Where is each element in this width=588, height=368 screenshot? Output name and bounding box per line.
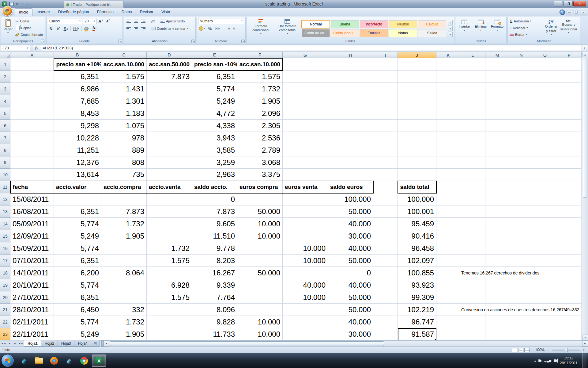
cell-K3[interactable] — [436, 83, 460, 95]
cell-L11[interactable] — [460, 181, 485, 193]
cell-B3[interactable]: 6,986 — [54, 83, 101, 95]
cell-I19[interactable] — [373, 279, 398, 291]
cell-P22[interactable] — [557, 316, 582, 328]
cell-M15[interactable] — [485, 230, 509, 242]
underline-button[interactable]: S▾ — [62, 25, 69, 32]
borders-button[interactable]: ▾ — [72, 25, 80, 32]
cell-O13[interactable] — [533, 205, 557, 218]
cell-F19[interactable] — [237, 279, 283, 291]
zoom-slider-thumb[interactable] — [565, 348, 568, 352]
vertical-scrollbar[interactable]: ▲ ▼ — [582, 52, 588, 340]
cell-A16[interactable]: 15/09/2011 — [10, 242, 54, 255]
cell-O15[interactable] — [533, 230, 557, 242]
cell-E7[interactable]: 3,943 — [192, 132, 237, 144]
cell-K22[interactable] — [436, 316, 460, 328]
cell-J22[interactable]: 96.747 — [398, 316, 436, 328]
cell-N8[interactable] — [509, 144, 533, 156]
cell-M9[interactable] — [485, 156, 509, 169]
sheet-nav-last-icon[interactable]: ►► — [18, 340, 24, 347]
cell-F11[interactable]: euros compra — [237, 181, 283, 193]
cell-G23[interactable] — [283, 328, 328, 340]
taskbar-ie2-icon[interactable]: e — [62, 355, 76, 367]
cell-H22[interactable]: 40.000 — [328, 316, 373, 328]
cell-F4[interactable]: 1.905 — [237, 95, 283, 107]
cell-H19[interactable]: 40.000 — [328, 279, 373, 291]
zoom-level[interactable]: 100% — [535, 348, 545, 352]
cell-H11[interactable]: saldo euros — [328, 181, 373, 193]
formula-input[interactable]: =H23+(E23*B23) — [41, 45, 582, 51]
col-header-M[interactable]: M — [485, 52, 509, 58]
cell-L16[interactable] — [460, 242, 485, 255]
cell-F12[interactable] — [237, 193, 283, 205]
fill-button[interactable]: ↓Rellenar▾ — [509, 25, 542, 31]
cell-F7[interactable]: 2.536 — [237, 132, 283, 144]
cell-J16[interactable]: 96.458 — [398, 242, 436, 255]
cell-N2[interactable] — [509, 71, 533, 83]
cell-E16[interactable]: 9.778 — [192, 242, 237, 255]
background-browser-tab[interactable]: I-Trader - Publique este bl... — [64, 1, 124, 8]
cell-A2[interactable] — [10, 71, 54, 83]
cell-M8[interactable] — [485, 144, 509, 156]
cell-E19[interactable]: 9.339 — [192, 279, 237, 291]
horizontal-scrollbar[interactable]: ◄ ► — [104, 340, 588, 347]
vertical-scroll-thumb[interactable] — [583, 59, 587, 197]
restore-button[interactable] — [564, 1, 573, 6]
action-center-icon[interactable] — [538, 359, 541, 362]
cell-L21[interactable]: Conversion en acciones de nuestros derec… — [460, 304, 485, 316]
cell-C7[interactable]: 978 — [101, 132, 147, 144]
workbook-close-button[interactable]: × — [581, 10, 586, 14]
cell-O16[interactable] — [533, 242, 557, 255]
autosum-button[interactable]: ΣAutosuma▾ — [509, 18, 542, 24]
align-right-button[interactable] — [140, 25, 146, 32]
cell-I10[interactable] — [373, 169, 398, 181]
wrap-text-button[interactable]: Ajustar texto — [160, 18, 186, 24]
cell-G19[interactable]: 40.000 — [283, 279, 328, 291]
cell-E9[interactable]: 3,259 — [192, 156, 237, 169]
col-header-O[interactable]: O — [533, 52, 557, 58]
row-header-7[interactable]: 7 — [0, 132, 10, 144]
cell-O6[interactable] — [533, 120, 557, 132]
cell-C1[interactable]: acc.san.10.000 — [101, 58, 147, 71]
cell-N10[interactable] — [509, 169, 533, 181]
cell-I11[interactable] — [373, 181, 398, 193]
row-header-11[interactable]: 11 — [0, 181, 10, 193]
cell-B11[interactable]: accio.valor — [54, 181, 101, 193]
cell-B14[interactable]: 5,774 — [54, 218, 101, 230]
taskbar-explorer-icon[interactable] — [32, 355, 46, 367]
cell-O19[interactable] — [533, 279, 557, 291]
cell-O7[interactable] — [533, 132, 557, 144]
col-header-P[interactable]: P — [557, 52, 582, 58]
undo-icon[interactable]: ↺ — [16, 2, 19, 6]
grow-font-button[interactable]: A▴ — [97, 18, 104, 24]
cell-D18[interactable] — [147, 267, 192, 279]
cell-J8[interactable] — [398, 144, 436, 156]
cell-J20[interactable]: 99.309 — [398, 291, 436, 304]
cell-P12[interactable] — [557, 193, 582, 205]
volume-icon[interactable] — [554, 359, 556, 362]
cell-H4[interactable] — [328, 95, 373, 107]
cell-E14[interactable]: 9.605 — [192, 218, 237, 230]
cell-D1[interactable]: acc.san.50.000 — [147, 58, 192, 71]
cell-E13[interactable]: 7.873 — [192, 205, 237, 218]
scroll-down-icon[interactable]: ▼ — [582, 335, 588, 340]
cell-H2[interactable] — [328, 71, 373, 83]
cell-J21[interactable]: 102.219 — [398, 304, 436, 316]
cell-F5[interactable]: 2.096 — [237, 107, 283, 120]
cell-D19[interactable]: 6.928 — [147, 279, 192, 291]
cell-D13[interactable] — [147, 205, 192, 218]
cell-M11[interactable] — [485, 181, 509, 193]
zoom-out-icon[interactable]: − — [547, 348, 551, 352]
cell-A18[interactable]: 14/10/2011 — [10, 267, 54, 279]
sheet-tab-hoja3[interactable]: Hoja3 — [58, 340, 74, 347]
cell-L1[interactable] — [460, 58, 485, 71]
accounting-format-button[interactable]: €▾ — [198, 25, 206, 32]
cell-P10[interactable] — [557, 169, 582, 181]
cell-F10[interactable]: 3.375 — [237, 169, 283, 181]
row-header-18[interactable]: 18 — [0, 267, 10, 279]
cell-P20[interactable] — [557, 291, 582, 304]
cell-M2[interactable] — [485, 71, 509, 83]
cell-M14[interactable] — [485, 218, 509, 230]
cell-E20[interactable]: 7.764 — [192, 291, 237, 304]
cell-K1[interactable] — [436, 58, 460, 71]
cell-G7[interactable] — [283, 132, 328, 144]
